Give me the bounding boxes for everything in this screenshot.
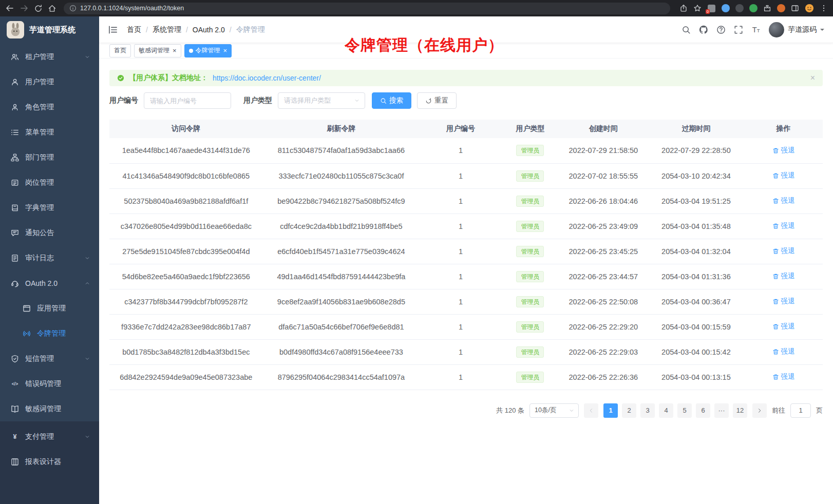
cell-access-token: c342377bf8b344799dcbf7bf095287f2 bbox=[109, 289, 263, 314]
breadcrumb-item[interactable]: 系统管理 bbox=[153, 25, 181, 34]
search-button[interactable]: 搜索 bbox=[372, 92, 411, 109]
sidebar-item-tenant[interactable]: 租户管理 bbox=[0, 44, 99, 69]
goto-page-input[interactable] bbox=[790, 403, 811, 418]
font-size-icon[interactable]: TT bbox=[751, 25, 761, 34]
browser-home-icon[interactable] bbox=[48, 4, 56, 13]
pagination-pages: 123456···12 bbox=[603, 403, 747, 418]
cell-user-type: 管理员 bbox=[502, 339, 559, 364]
sidebar-item-error-code[interactable]: </>错误码管理 bbox=[0, 371, 99, 396]
sidebar-item-label: 应用管理 bbox=[37, 304, 91, 313]
sidebar-item-oauth2[interactable]: OAuth 2.0 bbox=[0, 270, 99, 296]
extension-orange-icon[interactable] bbox=[777, 4, 785, 12]
reset-button[interactable]: 重置 bbox=[417, 92, 457, 109]
extensions-puzzle-icon[interactable] bbox=[763, 4, 771, 12]
force-logout-button[interactable]: 强退 bbox=[772, 196, 795, 205]
user-type-select[interactable]: 请选择用户类型 bbox=[278, 92, 365, 109]
user-menu[interactable]: 芋道源码 bbox=[769, 22, 824, 37]
tab-close-icon[interactable]: × bbox=[223, 47, 228, 54]
sidebar-item-role[interactable]: 角色管理 bbox=[0, 94, 99, 120]
app-logo[interactable]: 芋道管理系统 bbox=[0, 16, 99, 43]
alert-close-icon[interactable]: × bbox=[810, 74, 815, 82]
extension-green-icon[interactable] bbox=[749, 4, 758, 12]
page-size-select[interactable]: 10条/页 bbox=[529, 403, 579, 418]
site-info-icon[interactable] bbox=[69, 5, 77, 12]
fullscreen-icon[interactable] bbox=[734, 25, 743, 34]
page-button-12[interactable]: 12 bbox=[733, 403, 747, 418]
page-ellipsis[interactable]: ··· bbox=[714, 403, 729, 418]
force-logout-button[interactable]: 强退 bbox=[772, 347, 795, 356]
table-row: 54d6be82ee5a460a9aedc1f9bf22365649d1aa46… bbox=[109, 264, 823, 289]
help-icon[interactable] bbox=[716, 25, 726, 34]
page-button-1[interactable]: 1 bbox=[603, 403, 618, 418]
cell-expire-time: 2054-03-04 00:15:59 bbox=[648, 314, 745, 339]
breadcrumb-item[interactable]: OAuth 2.0 bbox=[193, 26, 225, 34]
cell-user-id: 1 bbox=[420, 339, 502, 364]
browser-back-icon[interactable] bbox=[5, 4, 14, 13]
url-bar[interactable]: 127.0.0.1:1024/system/oauth2/token bbox=[64, 3, 670, 14]
column-header-user-id: 用户编号 bbox=[420, 120, 502, 138]
search-icon[interactable] bbox=[681, 25, 691, 34]
sidebar-item-pay[interactable]: ¥支付管理 bbox=[0, 424, 99, 449]
force-logout-button[interactable]: 强退 bbox=[772, 246, 795, 256]
share-icon[interactable] bbox=[679, 4, 688, 12]
extension-blue-icon[interactable] bbox=[722, 4, 730, 12]
tab-home[interactable]: 首页 bbox=[109, 44, 131, 57]
sidebar-item-dict[interactable]: 字典管理 bbox=[0, 195, 99, 220]
prev-page-button[interactable] bbox=[584, 403, 598, 418]
trash-icon bbox=[772, 273, 779, 280]
browser-forward-icon[interactable] bbox=[20, 4, 29, 13]
sidebar-fold-icon[interactable] bbox=[108, 25, 118, 35]
chevron-down-icon bbox=[84, 54, 90, 60]
page-button-5[interactable]: 5 bbox=[677, 403, 692, 418]
force-logout-button[interactable]: 强退 bbox=[772, 297, 795, 306]
sidebar-item-sms[interactable]: 短信管理 bbox=[0, 346, 99, 371]
sidebar-item-notice[interactable]: 通知公告 bbox=[0, 220, 99, 245]
tab-close-icon[interactable]: × bbox=[173, 47, 177, 54]
breadcrumb-separator: / bbox=[186, 26, 188, 34]
cell-user-id: 1 bbox=[420, 188, 502, 214]
sidebar-item-sensitive-word[interactable]: 敏感词管理 bbox=[0, 396, 99, 421]
sidebar-item-post[interactable]: 岗位管理 bbox=[0, 170, 99, 195]
menu-icon bbox=[11, 128, 19, 137]
alert-link[interactable]: https://doc.iocoder.cn/user-center/ bbox=[213, 74, 321, 82]
github-icon[interactable] bbox=[699, 25, 708, 34]
next-page-button[interactable] bbox=[752, 403, 767, 418]
sidebar-item-report-designer[interactable]: 报表设计器 bbox=[0, 449, 99, 474]
cell-create-time: 2022-06-25 22:29:03 bbox=[559, 339, 648, 364]
content: 【用户体系】文档地址： https://doc.iocoder.cn/user-… bbox=[99, 59, 833, 504]
force-logout-button[interactable]: 强退 bbox=[772, 272, 795, 281]
tab-token[interactable]: 令牌管理× bbox=[184, 44, 232, 57]
page-button-4[interactable]: 4 bbox=[659, 403, 673, 418]
trash-icon bbox=[772, 172, 779, 179]
force-logout-button[interactable]: 强退 bbox=[772, 146, 795, 155]
sidebar-item-user[interactable]: 用户管理 bbox=[0, 69, 99, 94]
page-button-6[interactable]: 6 bbox=[696, 403, 710, 418]
cell-expire-time: 2054-03-04 01:35:48 bbox=[648, 214, 745, 239]
tab-label: 首页 bbox=[114, 46, 126, 55]
split-view-icon[interactable] bbox=[791, 4, 799, 12]
breadcrumb-item[interactable]: 首页 bbox=[127, 25, 141, 34]
force-logout-button[interactable]: 强退 bbox=[772, 322, 795, 331]
table-row: b0d1785bc3a8482f812db4a3f3bd15ecb0df4980… bbox=[109, 339, 823, 364]
page-button-2[interactable]: 2 bbox=[622, 403, 636, 418]
tab-sensitive-word[interactable]: 敏感词管理× bbox=[134, 44, 181, 57]
extension-badged-icon[interactable]: 0 bbox=[707, 4, 716, 13]
sidebar-item-dept[interactable]: 部门管理 bbox=[0, 145, 99, 170]
force-logout-button[interactable]: 强退 bbox=[772, 171, 795, 180]
page-button-3[interactable]: 3 bbox=[640, 403, 655, 418]
bookmark-star-icon[interactable] bbox=[693, 4, 702, 12]
sidebar-item-menu[interactable]: 菜单管理 bbox=[0, 120, 99, 145]
force-logout-button[interactable]: 强退 bbox=[772, 372, 795, 381]
sidebar-submenu-oauth2: 应用管理令牌管理 bbox=[0, 296, 99, 346]
user-id-input[interactable] bbox=[144, 92, 231, 109]
browser-refresh-icon[interactable] bbox=[34, 4, 43, 13]
extension-dark-icon[interactable] bbox=[735, 4, 744, 12]
browser-profile-avatar[interactable] bbox=[805, 4, 814, 13]
sidebar-item-oauth2-app[interactable]: 应用管理 bbox=[0, 296, 99, 321]
sidebar: 芋道管理系统 租户管理用户管理角色管理菜单管理部门管理岗位管理字典管理通知公告审… bbox=[0, 16, 99, 504]
sidebar-item-audit-log[interactable]: 审计日志 bbox=[0, 245, 99, 270]
force-logout-button[interactable]: 强退 bbox=[772, 221, 795, 230]
reset-button-label: 重置 bbox=[434, 96, 448, 105]
sidebar-item-oauth2-token[interactable]: 令牌管理 bbox=[0, 321, 99, 346]
browser-menu-icon[interactable] bbox=[820, 4, 828, 12]
